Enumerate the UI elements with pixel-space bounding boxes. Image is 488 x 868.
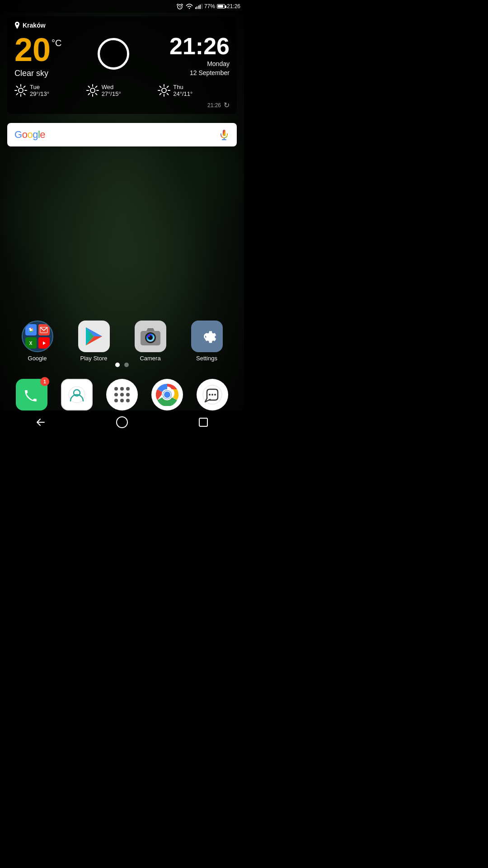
mini-xbox-icon: X — [25, 337, 37, 349]
forecast-day-wed: Wed 27°/15° — [86, 84, 158, 97]
sun-icon-tue — [14, 84, 27, 97]
weather-main: 20 °C Clear sky 21:26 Monday 12 Septembe… — [14, 33, 230, 78]
app-label-camera: Camera — [140, 355, 160, 362]
weather-location: Kraków — [14, 22, 230, 29]
grid-dot — [114, 399, 118, 402]
forecast-day-thu: Thu 24°/11° — [158, 84, 230, 97]
forecast-temps-1: 27°/15° — [102, 90, 121, 97]
home-button[interactable] — [113, 413, 131, 431]
battery-percent: 77% — [204, 3, 215, 9]
current-time: 21:26 — [169, 34, 230, 58]
dock-contacts[interactable] — [61, 379, 93, 410]
page-dot-active[interactable] — [115, 363, 120, 367]
status-bar: 77% 21:26 — [0, 0, 244, 13]
sun-icon-thu — [158, 84, 170, 97]
svg-point-39 — [148, 335, 150, 337]
svg-line-7 — [24, 86, 25, 88]
forecast-temps-0: 29°/13° — [30, 90, 49, 97]
wifi-icon — [185, 3, 193, 9]
city-name: Kraków — [23, 22, 46, 29]
status-icons: 77% 21:26 — [176, 3, 240, 10]
svg-point-45 — [164, 392, 170, 398]
google-search-bar[interactable]: Google — [7, 123, 237, 146]
message-icon — [197, 379, 228, 410]
svg-text:X: X — [29, 341, 33, 346]
refresh-icon[interactable]: ↻ — [224, 101, 230, 109]
forecast-day-name-0: Tue — [30, 84, 49, 90]
alarm-icon — [176, 3, 183, 10]
chrome-icon — [151, 379, 183, 410]
grid-dot — [120, 399, 124, 402]
svg-line-8 — [17, 94, 18, 95]
svg-line-24 — [160, 94, 161, 95]
mini-chrome-icon — [25, 324, 37, 335]
grid-dot — [114, 393, 118, 396]
svg-line-16 — [88, 94, 89, 95]
nav-bar — [0, 410, 244, 434]
svg-point-50 — [117, 417, 127, 428]
dock: 1 — [0, 379, 244, 410]
grid-dot — [126, 387, 130, 391]
page-dots — [0, 363, 244, 367]
sun-icon-wed — [86, 84, 99, 97]
update-time: 21:26 — [207, 102, 221, 108]
drawer-icon — [106, 379, 138, 410]
forecast-day-name-1: Wed — [102, 84, 121, 90]
weather-widget[interactable]: Kraków 20 °C Clear sky 21:26 Monday 12 S… — [7, 16, 237, 114]
battery-icon — [217, 4, 225, 9]
google-logo: Google — [14, 129, 45, 141]
svg-line-13 — [88, 86, 89, 88]
app-google[interactable]: X Google — [22, 321, 53, 362]
temp-unit: °C — [52, 38, 61, 48]
app-label-google: Google — [28, 355, 47, 362]
grid-dot — [126, 393, 130, 396]
playstore-icon — [78, 321, 110, 352]
dock-messages[interactable] — [197, 379, 228, 410]
forecast-day-name-2: Thu — [173, 84, 192, 90]
app-label-playstore: Play Store — [80, 355, 108, 362]
svg-line-6 — [24, 94, 25, 95]
mini-youtube-icon — [38, 337, 50, 349]
google-folder-icon: X — [22, 321, 53, 352]
grid-dot — [120, 387, 124, 391]
forecast-temps-2: 24°/11° — [173, 90, 192, 97]
page-dot-inactive[interactable] — [124, 363, 129, 367]
weather-description: Clear sky — [14, 69, 62, 78]
temperature-section: 20 °C Clear sky — [14, 33, 62, 78]
settings-icon — [191, 321, 223, 352]
recents-button[interactable] — [194, 413, 212, 431]
app-settings[interactable]: Settings — [191, 321, 223, 362]
svg-rect-51 — [199, 418, 207, 426]
back-button[interactable] — [32, 413, 50, 431]
current-date: Monday 12 September — [190, 60, 230, 77]
svg-line-22 — [167, 94, 169, 95]
app-label-settings: Settings — [196, 355, 217, 362]
svg-point-48 — [211, 394, 213, 396]
svg-line-23 — [167, 86, 169, 88]
weather-forecast: Tue 29°/13° Wed 27 — [14, 84, 230, 97]
svg-line-15 — [95, 86, 97, 88]
status-time: 21:26 — [227, 3, 240, 9]
clock-section: 21:26 Monday 12 September — [169, 34, 230, 77]
app-grid: X Google — [0, 321, 244, 362]
svg-point-49 — [214, 394, 216, 396]
weather-update-row: 21:26 ↻ — [14, 101, 230, 109]
forecast-day-tue: Tue 29°/13° — [14, 84, 86, 97]
svg-line-21 — [160, 86, 161, 88]
dock-chrome[interactable] — [151, 379, 183, 410]
svg-line-5 — [17, 86, 18, 88]
location-pin-icon — [14, 22, 20, 29]
mini-gmail-icon — [38, 324, 50, 335]
dock-phone[interactable]: 1 — [16, 379, 47, 410]
signal-icon — [195, 4, 202, 9]
mic-icon[interactable] — [219, 129, 230, 140]
grid-dot — [114, 387, 118, 391]
app-camera[interactable]: Camera — [135, 321, 166, 362]
svg-line-14 — [95, 94, 97, 95]
app-playstore[interactable]: Play Store — [78, 321, 110, 362]
svg-point-47 — [209, 394, 211, 396]
weather-condition-icon — [98, 38, 134, 74]
dock-drawer[interactable] — [106, 379, 138, 410]
contacts-icon — [61, 379, 93, 410]
svg-point-28 — [30, 329, 32, 331]
